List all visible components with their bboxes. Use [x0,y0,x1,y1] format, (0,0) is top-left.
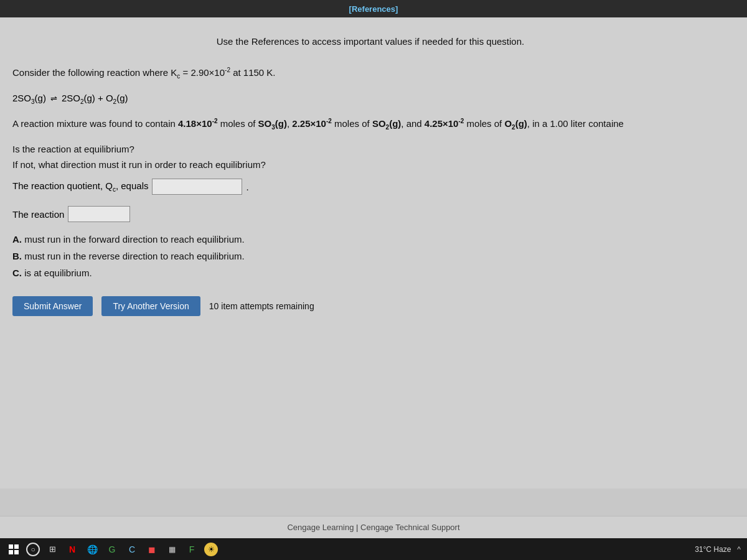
main-content: Use the References to access important v… [0,17,747,488]
reaction-right: 2SO2(g) + O2(g) [62,93,128,105]
taskbar: ○ ⊞ N 🌐 G C ◼ ▦ F ☀ 31°C Haze ^ [0,538,747,560]
netflix-icon[interactable]: N [65,542,80,557]
quotient-input[interactable] [152,179,242,195]
references-link[interactable]: [References] [349,4,398,14]
kc-sub: c [177,73,180,80]
task-view-button[interactable]: ⊞ [45,542,60,557]
reaction-answer-line: The reaction [12,206,728,222]
kc-temp: at 1150 K. [233,67,275,78]
app-icon-3[interactable]: ◼ [144,542,159,557]
option-b-label: B. [12,251,22,261]
reaction-text-input[interactable] [68,206,130,222]
app-icon-5[interactable]: F [184,542,199,557]
option-c-text: is at equilibrium. [24,268,92,278]
attempts-remaining: 10 item attempts remaining [209,301,314,311]
svg-rect-0 [9,544,13,549]
weather-icon[interactable]: ☀ [204,543,218,556]
mixture-description: A reaction mixture was found to contain … [12,116,728,133]
option-c: C. is at equilibrium. [12,264,728,281]
equilibrium-question-1: Is the reaction at equilibrium? [12,144,728,154]
try-another-button[interactable]: Try Another Version [101,296,200,316]
option-b: B. must run in the reverse direction to … [12,248,728,264]
option-a-label: A. [12,234,22,245]
top-bar: [References] [0,0,747,17]
options-section: A. must run in the forward direction to … [12,231,728,281]
footer-separator: | [356,523,360,532]
svg-rect-3 [14,550,19,554]
option-c-label: C. [12,268,22,278]
question-intro: Consider the following reaction where Kc… [12,65,728,82]
option-b-text: must run in the reverse direction to rea… [24,251,245,261]
cengage-support-link[interactable]: Cengage Technical Support [360,523,460,532]
use-references-text: Use the References to access important v… [12,36,728,47]
footer-links: Cengage Learning | Cengage Technical Sup… [0,516,747,538]
reaction-label: The reaction [12,209,64,220]
reaction-left: 2SO3(g) [12,93,46,105]
kc-value: = 2.90×10-2 [182,67,230,78]
browser-icon[interactable]: 🌐 [85,542,100,557]
start-button[interactable] [6,542,21,557]
quotient-line: The reaction quotient, Qc, equals . [12,179,728,195]
option-a: A. must run in the forward direction to … [12,231,728,248]
reaction-arrows: ⇌ [50,95,57,103]
app-icon-4[interactable]: ▦ [164,542,179,557]
option-a-text: must run in the forward direction to rea… [24,234,245,245]
quotient-label: The reaction quotient, Qc, equals [12,180,148,193]
cengage-learning-link[interactable]: Cengage Learning [287,523,354,532]
search-button[interactable]: ○ [26,543,40,556]
reaction-equation: 2SO3(g) ⇌ 2SO2(g) + O2(g) [12,93,728,105]
submit-answer-button[interactable]: Submit Answer [12,296,93,316]
equilibrium-question-2: If not, what direction must it run in or… [12,159,728,170]
taskbar-left: ○ ⊞ N 🌐 G C ◼ ▦ F ☀ [6,542,218,557]
intro-text: Consider the following reaction where K [12,67,177,78]
app-icon-1[interactable]: G [105,542,120,557]
weather-text: 31°C Haze [695,545,731,554]
svg-rect-2 [9,550,13,554]
quotient-period: . [246,182,248,192]
app-icon-2[interactable]: C [125,542,139,557]
kc-exp: -2 [225,67,230,73]
buttons-row: Submit Answer Try Another Version 10 ite… [12,296,728,316]
taskbar-right: 31°C Haze ^ [695,545,741,554]
taskbar-chevron[interactable]: ^ [737,545,741,554]
svg-rect-1 [14,544,19,549]
